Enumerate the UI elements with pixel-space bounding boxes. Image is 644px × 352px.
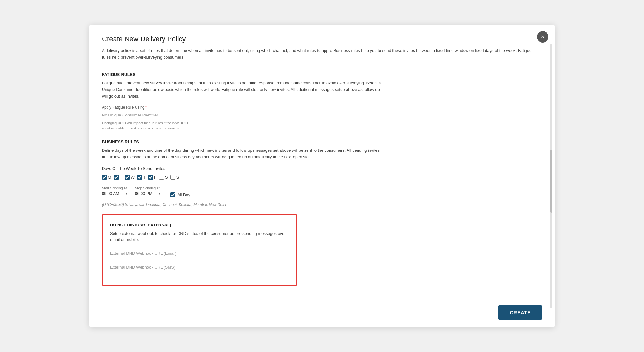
modal-description: A delivery policy is a set of rules that… [102, 48, 536, 61]
dnd-email-input[interactable] [110, 250, 198, 257]
stop-time-chevron-icon: ▾ [159, 192, 160, 195]
scrollbar-track [550, 44, 552, 308]
dnd-description: Setup external webhook to check for DND … [110, 230, 289, 243]
dnd-email-field [110, 250, 289, 257]
create-button[interactable]: CREATE [498, 305, 542, 320]
day-wednesday-checkbox[interactable] [125, 175, 130, 180]
day-friday: F [148, 175, 157, 180]
dnd-title: DO NOT DISTURB (EXTERNAL) [110, 223, 289, 227]
modal-title: Create New Delivery Policy [102, 35, 542, 43]
business-rules-title: BUSINESS RULES [102, 139, 542, 144]
dnd-section: DO NOT DISTURB (EXTERNAL) Setup external… [102, 214, 297, 286]
day-friday-checkbox[interactable] [148, 175, 153, 180]
all-day-row: All Day [170, 192, 190, 197]
day-monday-checkbox[interactable] [102, 175, 107, 180]
start-time-chevron-icon: ▾ [126, 192, 127, 195]
dnd-sms-field [110, 264, 289, 271]
start-time-field: Start Sending At 09:00 AM 10:00 AM ▾ [102, 186, 127, 197]
all-day-checkbox[interactable] [170, 192, 175, 197]
timezone-text: (UTC+05:30) Sri Jayawardenapura, Chennai… [102, 202, 542, 207]
day-tuesday: T [114, 175, 122, 180]
day-sunday: S [170, 175, 179, 180]
days-of-week-label: Days Of The Week To Send Invites [102, 166, 542, 171]
fatigue-rules-section: FATIGUE RULES Fatigue rules prevent new … [102, 72, 542, 131]
modal-container: × Create New Delivery Policy A delivery … [89, 25, 555, 327]
start-time-wrapper: 09:00 AM 10:00 AM ▾ [102, 191, 127, 197]
close-button[interactable]: × [537, 31, 548, 43]
day-saturday: S [159, 175, 168, 180]
day-sunday-checkbox[interactable] [170, 175, 175, 180]
day-monday: M [102, 175, 111, 180]
day-saturday-checkbox[interactable] [159, 175, 164, 180]
business-rules-section: BUSINESS RULES Define days of the week a… [102, 139, 542, 207]
stop-time-wrapper: 06:00 PM 07:00 PM ▾ [135, 191, 160, 197]
apply-fatigue-label: Apply Fatigue Rule Using* [102, 105, 542, 110]
stop-time-label: Stop Sending At [135, 186, 160, 190]
day-tuesday-checkbox[interactable] [114, 175, 119, 180]
fatigue-rules-title: FATIGUE RULES [102, 72, 542, 77]
days-checkboxes-row: M T W T F S S [102, 175, 542, 180]
start-time-select[interactable]: 09:00 AM 10:00 AM [102, 191, 125, 196]
day-thursday-checkbox[interactable] [137, 175, 142, 180]
time-row: Start Sending At 09:00 AM 10:00 AM ▾ Sto… [102, 186, 542, 197]
stop-time-select[interactable]: 06:00 PM 07:00 PM [135, 191, 158, 196]
day-wednesday: W [125, 175, 135, 180]
day-thursday: T [137, 175, 146, 180]
fatigue-rules-description: Fatigue rules prevent new survey invite … [102, 80, 385, 99]
fatigue-rule-hint: Changing UUID will impact fatigue rules … [102, 121, 190, 131]
footer: CREATE [498, 305, 542, 320]
stop-time-field: Stop Sending At 06:00 PM 07:00 PM ▾ [135, 186, 160, 197]
dnd-sms-input[interactable] [110, 264, 198, 271]
business-rules-description: Define days of the week and time of the … [102, 147, 385, 161]
scrollbar-thumb[interactable] [550, 150, 552, 213]
start-time-label: Start Sending At [102, 186, 127, 190]
all-day-label: All Day [177, 192, 190, 197]
fatigue-rule-input[interactable] [102, 111, 190, 119]
